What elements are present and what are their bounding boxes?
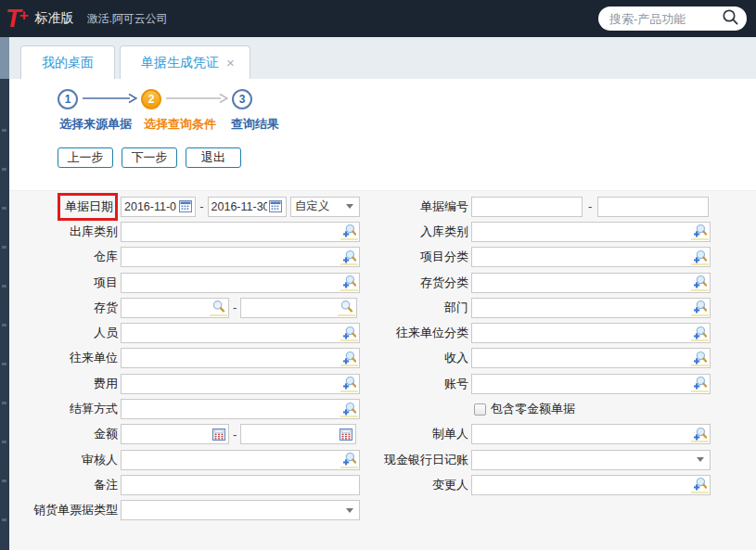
wizard-buttons: 上一步 下一步 退出 bbox=[58, 147, 756, 168]
left-nav-strip[interactable] bbox=[0, 37, 9, 550]
chevron-down-icon[interactable] bbox=[346, 204, 353, 209]
lookup-input-field[interactable] bbox=[122, 324, 359, 342]
field-label-text: 制单人 bbox=[432, 427, 468, 441]
lookup-input[interactable] bbox=[121, 222, 360, 242]
lookup-input[interactable] bbox=[121, 247, 360, 267]
tab-voucher-generation[interactable]: 单据生成凭证 × bbox=[120, 45, 250, 79]
amount-from-input[interactable] bbox=[121, 424, 229, 444]
product-search-box[interactable] bbox=[598, 6, 747, 31]
include-zero-amount-checkbox[interactable] bbox=[474, 403, 486, 416]
lookup-input-field[interactable] bbox=[472, 349, 710, 367]
lookup-input-field[interactable] bbox=[472, 375, 710, 393]
form-row: 项目分类 bbox=[360, 245, 720, 270]
search-input[interactable] bbox=[609, 12, 722, 26]
lookup-input[interactable] bbox=[471, 298, 711, 318]
lookup-input[interactable] bbox=[471, 222, 711, 242]
lookup-plus-search-icon[interactable] bbox=[691, 249, 709, 265]
lookup-plus-search-icon[interactable] bbox=[691, 275, 709, 291]
field-control bbox=[121, 222, 360, 242]
lookup-input[interactable] bbox=[121, 273, 360, 293]
search-icon[interactable] bbox=[722, 8, 739, 30]
calculator-icon[interactable] bbox=[210, 426, 227, 442]
lookup-plus-search-icon[interactable] bbox=[340, 350, 358, 366]
lookup-input[interactable] bbox=[471, 273, 711, 293]
lookup-plus-search-icon[interactable] bbox=[691, 325, 709, 341]
amount-to-input[interactable] bbox=[240, 424, 356, 444]
lookup-input-field[interactable] bbox=[472, 299, 710, 317]
lookup-input[interactable] bbox=[471, 374, 711, 394]
lookup-input[interactable] bbox=[121, 450, 360, 470]
dropdown-select[interactable] bbox=[471, 450, 711, 470]
field-control bbox=[121, 500, 360, 520]
lookup-input-field[interactable] bbox=[122, 451, 359, 469]
lookup-input[interactable] bbox=[471, 424, 711, 444]
date-mode-select[interactable]: 自定义 bbox=[290, 197, 360, 217]
field-control bbox=[121, 475, 360, 495]
text-input-field[interactable] bbox=[122, 476, 359, 494]
lookup-input-field[interactable] bbox=[122, 375, 359, 393]
wizard-step-3-label: 查询结果 bbox=[231, 116, 279, 133]
lookup-input[interactable] bbox=[471, 348, 711, 368]
tab-my-desktop[interactable]: 我的桌面 bbox=[20, 45, 115, 79]
lookup-plus-search-icon[interactable] bbox=[691, 300, 709, 316]
field-label-text: 单据编号 bbox=[420, 199, 468, 213]
magnifier-icon[interactable] bbox=[338, 300, 355, 316]
tab-bar: 我的桌面 单据生成凭证 × bbox=[9, 37, 756, 79]
lookup-plus-search-icon[interactable] bbox=[340, 325, 358, 341]
range-from-input[interactable] bbox=[471, 197, 583, 217]
lookup-input-field[interactable] bbox=[122, 274, 359, 292]
close-tab-icon[interactable]: × bbox=[226, 55, 235, 70]
field-label: 存货 bbox=[9, 300, 121, 316]
chevron-down-icon[interactable] bbox=[346, 508, 353, 513]
lookup-input-field[interactable] bbox=[122, 400, 359, 418]
lookup-plus-search-icon[interactable] bbox=[691, 477, 709, 493]
lookup-input[interactable] bbox=[121, 374, 360, 394]
search-to-input[interactable] bbox=[240, 298, 357, 318]
range-to-input[interactable] bbox=[597, 197, 709, 217]
lookup-input-field[interactable] bbox=[472, 476, 710, 494]
lookup-input-field[interactable] bbox=[472, 274, 710, 292]
exit-button[interactable]: 退出 bbox=[186, 147, 241, 168]
lookup-input[interactable] bbox=[471, 323, 711, 343]
lookup-input[interactable] bbox=[121, 399, 360, 419]
field-label-text: 存货分类 bbox=[420, 275, 468, 289]
lookup-plus-search-icon[interactable] bbox=[340, 249, 358, 265]
lookup-plus-search-icon[interactable] bbox=[691, 224, 709, 240]
company-name: 激活.阿可云公司 bbox=[86, 11, 167, 27]
lookup-plus-search-icon[interactable] bbox=[340, 401, 358, 417]
lookup-input-field[interactable] bbox=[472, 425, 710, 443]
magnifier-icon[interactable] bbox=[210, 300, 227, 316]
lookup-plus-search-icon[interactable] bbox=[340, 275, 358, 291]
lookup-plus-search-icon[interactable] bbox=[340, 452, 358, 468]
calculator-icon[interactable] bbox=[337, 426, 354, 442]
previous-step-button[interactable]: 上一步 bbox=[58, 147, 113, 168]
lookup-plus-search-icon[interactable] bbox=[340, 376, 358, 392]
lookup-input-field[interactable] bbox=[122, 248, 359, 266]
range-to-input-field[interactable] bbox=[598, 198, 708, 216]
lookup-plus-search-icon[interactable] bbox=[691, 350, 709, 366]
lookup-input[interactable] bbox=[471, 247, 711, 267]
lookup-plus-search-icon[interactable] bbox=[691, 376, 709, 392]
lookup-input-field[interactable] bbox=[472, 223, 710, 241]
form-row: 单据编号- bbox=[360, 194, 720, 219]
calendar-icon[interactable] bbox=[176, 198, 194, 215]
lookup-input-field[interactable] bbox=[472, 324, 710, 342]
range-from-input-field[interactable] bbox=[472, 198, 582, 216]
lookup-input-field[interactable] bbox=[122, 349, 359, 367]
text-input[interactable] bbox=[121, 475, 360, 495]
date-from-input[interactable] bbox=[121, 197, 196, 217]
search-from-input[interactable] bbox=[121, 298, 229, 318]
lookup-input-field[interactable] bbox=[122, 223, 359, 241]
lookup-input[interactable] bbox=[121, 323, 360, 343]
dropdown-select[interactable] bbox=[121, 500, 360, 520]
lookup-input[interactable] bbox=[471, 475, 711, 495]
date-to-input[interactable] bbox=[208, 197, 287, 217]
next-step-button[interactable]: 下一步 bbox=[122, 147, 177, 168]
calendar-icon[interactable] bbox=[267, 198, 285, 215]
lookup-input[interactable] bbox=[121, 348, 360, 368]
chevron-down-icon[interactable] bbox=[697, 457, 704, 462]
arrow-right-icon bbox=[82, 91, 137, 108]
lookup-plus-search-icon[interactable] bbox=[691, 426, 709, 442]
lookup-input-field[interactable] bbox=[472, 248, 710, 266]
lookup-plus-search-icon[interactable] bbox=[340, 224, 358, 240]
